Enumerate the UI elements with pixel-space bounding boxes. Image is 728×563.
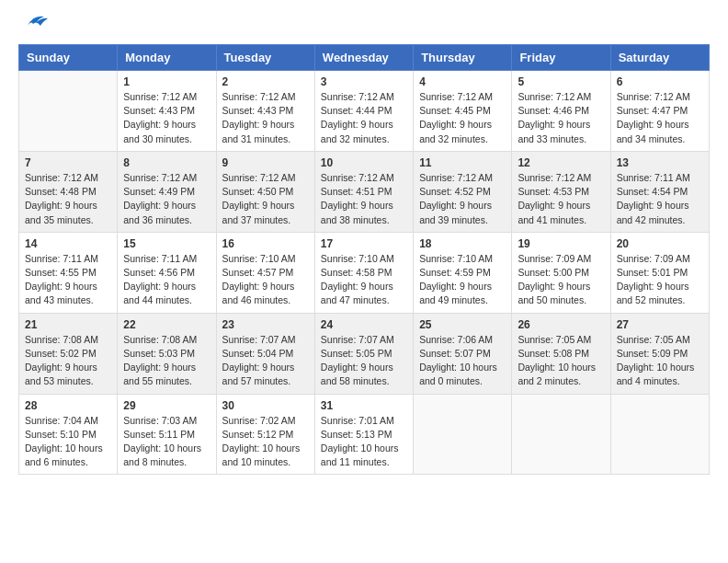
day-number: 13 bbox=[617, 156, 703, 169]
day-number: 24 bbox=[321, 318, 407, 331]
calendar-cell bbox=[19, 71, 118, 152]
calendar-cell: 19Sunrise: 7:09 AM Sunset: 5:00 PM Dayli… bbox=[512, 232, 610, 313]
calendar-cell: 13Sunrise: 7:11 AM Sunset: 4:54 PM Dayli… bbox=[610, 151, 709, 232]
day-info: Sunrise: 7:12 AM Sunset: 4:52 PM Dayligh… bbox=[419, 171, 506, 227]
day-info: Sunrise: 7:12 AM Sunset: 4:43 PM Dayligh… bbox=[222, 90, 309, 146]
weekday-header-sunday: Sunday bbox=[19, 45, 118, 71]
calendar-table: SundayMondayTuesdayWednesdayThursdayFrid… bbox=[18, 44, 710, 475]
day-number: 7 bbox=[25, 156, 111, 169]
calendar-cell: 6Sunrise: 7:12 AM Sunset: 4:47 PM Daylig… bbox=[610, 71, 709, 152]
day-info: Sunrise: 7:11 AM Sunset: 4:56 PM Dayligh… bbox=[123, 252, 210, 308]
calendar-cell bbox=[512, 394, 610, 475]
calendar-cell: 11Sunrise: 7:12 AM Sunset: 4:52 PM Dayli… bbox=[414, 151, 512, 232]
calendar-cell: 15Sunrise: 7:11 AM Sunset: 4:56 PM Dayli… bbox=[118, 232, 216, 313]
day-info: Sunrise: 7:05 AM Sunset: 5:08 PM Dayligh… bbox=[518, 333, 604, 389]
day-number: 4 bbox=[419, 75, 506, 88]
weekday-header-tuesday: Tuesday bbox=[216, 45, 314, 71]
day-number: 2 bbox=[222, 75, 309, 88]
day-info: Sunrise: 7:08 AM Sunset: 5:03 PM Dayligh… bbox=[123, 333, 210, 389]
logo-bird-icon bbox=[20, 13, 50, 33]
weekday-header-thursday: Thursday bbox=[414, 45, 512, 71]
day-number: 16 bbox=[222, 237, 309, 250]
day-number: 1 bbox=[123, 75, 210, 88]
day-info: Sunrise: 7:09 AM Sunset: 5:01 PM Dayligh… bbox=[617, 252, 703, 308]
weekday-header-wednesday: Wednesday bbox=[314, 45, 413, 71]
calendar-cell: 31Sunrise: 7:01 AM Sunset: 5:13 PM Dayli… bbox=[314, 394, 413, 475]
day-info: Sunrise: 7:12 AM Sunset: 4:47 PM Dayligh… bbox=[617, 90, 703, 146]
weekday-header-friday: Friday bbox=[512, 45, 610, 71]
day-info: Sunrise: 7:09 AM Sunset: 5:00 PM Dayligh… bbox=[518, 252, 604, 308]
day-info: Sunrise: 7:06 AM Sunset: 5:07 PM Dayligh… bbox=[419, 333, 506, 389]
calendar-cell: 8Sunrise: 7:12 AM Sunset: 4:49 PM Daylig… bbox=[118, 151, 216, 232]
calendar-cell: 14Sunrise: 7:11 AM Sunset: 4:55 PM Dayli… bbox=[19, 232, 118, 313]
calendar-cell: 16Sunrise: 7:10 AM Sunset: 4:57 PM Dayli… bbox=[216, 232, 314, 313]
calendar-cell bbox=[414, 394, 512, 475]
day-number: 6 bbox=[617, 75, 703, 88]
day-number: 3 bbox=[321, 75, 407, 88]
calendar-cell: 2Sunrise: 7:12 AM Sunset: 4:43 PM Daylig… bbox=[216, 71, 314, 152]
weekday-header-monday: Monday bbox=[118, 45, 216, 71]
day-number: 20 bbox=[617, 237, 703, 250]
day-number: 12 bbox=[518, 156, 604, 169]
day-number: 21 bbox=[25, 318, 111, 331]
day-number: 15 bbox=[123, 237, 210, 250]
calendar-cell bbox=[610, 394, 709, 475]
calendar-cell: 5Sunrise: 7:12 AM Sunset: 4:46 PM Daylig… bbox=[512, 71, 610, 152]
day-info: Sunrise: 7:02 AM Sunset: 5:12 PM Dayligh… bbox=[222, 414, 309, 470]
day-info: Sunrise: 7:07 AM Sunset: 5:04 PM Dayligh… bbox=[222, 333, 309, 389]
day-info: Sunrise: 7:11 AM Sunset: 4:55 PM Dayligh… bbox=[25, 252, 111, 308]
day-info: Sunrise: 7:04 AM Sunset: 5:10 PM Dayligh… bbox=[25, 414, 111, 470]
calendar-cell: 29Sunrise: 7:03 AM Sunset: 5:11 PM Dayli… bbox=[118, 394, 216, 475]
calendar-cell: 22Sunrise: 7:08 AM Sunset: 5:03 PM Dayli… bbox=[118, 313, 216, 394]
day-info: Sunrise: 7:12 AM Sunset: 4:45 PM Dayligh… bbox=[419, 90, 506, 146]
page-header bbox=[18, 18, 710, 29]
calendar-week-row: 14Sunrise: 7:11 AM Sunset: 4:55 PM Dayli… bbox=[19, 232, 710, 313]
day-number: 26 bbox=[518, 318, 604, 331]
calendar-cell: 12Sunrise: 7:12 AM Sunset: 4:53 PM Dayli… bbox=[512, 151, 610, 232]
day-info: Sunrise: 7:05 AM Sunset: 5:09 PM Dayligh… bbox=[617, 333, 703, 389]
day-number: 31 bbox=[321, 399, 407, 412]
calendar-cell: 28Sunrise: 7:04 AM Sunset: 5:10 PM Dayli… bbox=[19, 394, 118, 475]
day-number: 19 bbox=[518, 237, 604, 250]
calendar-cell: 26Sunrise: 7:05 AM Sunset: 5:08 PM Dayli… bbox=[512, 313, 610, 394]
day-number: 29 bbox=[123, 399, 210, 412]
calendar-cell: 20Sunrise: 7:09 AM Sunset: 5:01 PM Dayli… bbox=[610, 232, 709, 313]
calendar-week-row: 1Sunrise: 7:12 AM Sunset: 4:43 PM Daylig… bbox=[19, 71, 710, 152]
day-number: 17 bbox=[321, 237, 407, 250]
day-info: Sunrise: 7:03 AM Sunset: 5:11 PM Dayligh… bbox=[123, 414, 210, 470]
day-info: Sunrise: 7:08 AM Sunset: 5:02 PM Dayligh… bbox=[25, 333, 111, 389]
calendar-week-row: 7Sunrise: 7:12 AM Sunset: 4:48 PM Daylig… bbox=[19, 151, 710, 232]
day-number: 8 bbox=[123, 156, 210, 169]
day-info: Sunrise: 7:12 AM Sunset: 4:48 PM Dayligh… bbox=[25, 171, 111, 227]
calendar-cell: 30Sunrise: 7:02 AM Sunset: 5:12 PM Dayli… bbox=[216, 394, 314, 475]
calendar-week-row: 28Sunrise: 7:04 AM Sunset: 5:10 PM Dayli… bbox=[19, 394, 710, 475]
day-info: Sunrise: 7:10 AM Sunset: 4:58 PM Dayligh… bbox=[321, 252, 407, 308]
calendar-cell: 24Sunrise: 7:07 AM Sunset: 5:05 PM Dayli… bbox=[314, 313, 413, 394]
day-number: 28 bbox=[25, 399, 111, 412]
day-number: 25 bbox=[419, 318, 506, 331]
weekday-header-saturday: Saturday bbox=[610, 45, 709, 71]
day-info: Sunrise: 7:12 AM Sunset: 4:50 PM Dayligh… bbox=[222, 171, 309, 227]
weekday-header-row: SundayMondayTuesdayWednesdayThursdayFrid… bbox=[19, 45, 710, 71]
day-info: Sunrise: 7:11 AM Sunset: 4:54 PM Dayligh… bbox=[617, 171, 703, 227]
day-number: 30 bbox=[222, 399, 309, 412]
calendar-cell: 9Sunrise: 7:12 AM Sunset: 4:50 PM Daylig… bbox=[216, 151, 314, 232]
calendar-cell: 27Sunrise: 7:05 AM Sunset: 5:09 PM Dayli… bbox=[610, 313, 709, 394]
calendar-cell: 1Sunrise: 7:12 AM Sunset: 4:43 PM Daylig… bbox=[118, 71, 216, 152]
day-info: Sunrise: 7:12 AM Sunset: 4:44 PM Dayligh… bbox=[321, 90, 407, 146]
calendar-cell: 23Sunrise: 7:07 AM Sunset: 5:04 PM Dayli… bbox=[216, 313, 314, 394]
day-info: Sunrise: 7:10 AM Sunset: 4:57 PM Dayligh… bbox=[222, 252, 309, 308]
day-number: 14 bbox=[25, 237, 111, 250]
day-number: 23 bbox=[222, 318, 309, 331]
calendar-cell: 10Sunrise: 7:12 AM Sunset: 4:51 PM Dayli… bbox=[314, 151, 413, 232]
day-info: Sunrise: 7:01 AM Sunset: 5:13 PM Dayligh… bbox=[321, 414, 407, 470]
day-number: 18 bbox=[419, 237, 506, 250]
day-info: Sunrise: 7:12 AM Sunset: 4:53 PM Dayligh… bbox=[518, 171, 604, 227]
day-number: 10 bbox=[321, 156, 407, 169]
day-number: 9 bbox=[222, 156, 309, 169]
calendar-cell: 25Sunrise: 7:06 AM Sunset: 5:07 PM Dayli… bbox=[414, 313, 512, 394]
day-number: 11 bbox=[419, 156, 506, 169]
calendar-cell: 18Sunrise: 7:10 AM Sunset: 4:59 PM Dayli… bbox=[414, 232, 512, 313]
day-info: Sunrise: 7:12 AM Sunset: 4:51 PM Dayligh… bbox=[321, 171, 407, 227]
calendar-cell: 3Sunrise: 7:12 AM Sunset: 4:44 PM Daylig… bbox=[314, 71, 413, 152]
